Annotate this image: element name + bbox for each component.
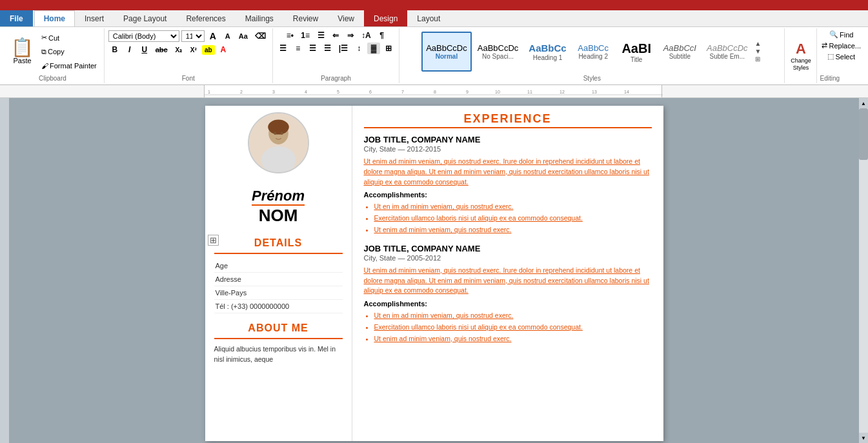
justify-button[interactable]: ☰ xyxy=(321,43,334,54)
align-right-button[interactable]: ☰ xyxy=(307,43,319,54)
clipboard-group: 📋 Paste ✂ Cut ⧉ Copy 🖌 Format Painter Cl… xyxy=(3,28,105,83)
clear-format-button[interactable]: ⌫ xyxy=(252,30,268,42)
change-styles-label: ChangeStyles xyxy=(791,57,811,72)
replace-button[interactable]: ⇄ Replace... xyxy=(820,41,863,50)
font-family-select[interactable]: Calibri (Body) xyxy=(108,30,179,42)
align-center-button[interactable]: ≡ xyxy=(292,43,305,54)
tab-references[interactable]: References xyxy=(176,10,235,26)
bold-button[interactable]: B xyxy=(108,44,121,55)
font-label: Font xyxy=(182,74,195,82)
details-title: DETAILS xyxy=(254,237,302,249)
format-painter-button[interactable]: 🖌 Format Painter xyxy=(39,61,99,70)
style-heading2[interactable]: AaBbCc Heading 2 xyxy=(572,32,614,72)
about-line xyxy=(214,338,343,339)
font-group: Calibri (Body) 11 A A Aa ⌫ B I U abc X₂ … xyxy=(105,28,273,83)
list-item: Exercitation ullamco laboris nisi ut ali… xyxy=(374,322,652,333)
format-painter-icon: 🖌 xyxy=(41,62,48,70)
svg-text:4: 4 xyxy=(305,90,307,94)
tab-file[interactable]: File xyxy=(0,10,33,26)
line-spacing-button[interactable]: ↕ xyxy=(352,43,365,54)
numbering-button[interactable]: 1≡ xyxy=(298,30,312,41)
cut-icon: ✂ xyxy=(41,34,47,42)
italic-button[interactable]: I xyxy=(123,44,136,55)
tab-insert[interactable]: Insert xyxy=(75,10,114,26)
change-styles-icon: A xyxy=(796,41,806,57)
font-grow-button[interactable]: A xyxy=(207,30,219,43)
tab-design[interactable]: Design xyxy=(364,10,407,26)
change-styles-group: A ChangeStyles xyxy=(785,28,817,83)
subscript-button[interactable]: X₂ xyxy=(172,45,185,55)
styles-scroll-down[interactable]: ▼ xyxy=(755,48,762,55)
style-subtitle[interactable]: AaBbCcI Subtitle xyxy=(659,32,701,72)
scrollbar-up-button[interactable]: ▲ xyxy=(859,98,868,108)
tab-review[interactable]: Review xyxy=(283,10,328,26)
styles-expand[interactable]: ⊞ xyxy=(755,56,762,63)
about-title: ABOUT ME xyxy=(248,322,308,334)
tab-layout[interactable]: Layout xyxy=(407,10,450,26)
sort-button[interactable]: ↕A xyxy=(359,30,374,41)
font-size-select[interactable]: 11 xyxy=(181,30,205,42)
style-subtitle-name: Subtitle xyxy=(669,53,691,60)
page-right-column: EXPERIENCE JOB TITLE, COMPANY NAME City,… xyxy=(352,106,663,441)
list-item: Ut enim ad minim veniam, quis nostrud ex… xyxy=(374,333,652,345)
change-styles-button[interactable]: A ChangeStyles xyxy=(791,30,811,82)
doc-area: Prénom NOM ⊞ DETAILS Age Adresse Ville-P… xyxy=(0,98,868,443)
scrollbar-right[interactable]: ▲ ▼ xyxy=(859,98,868,443)
style-no-spacing[interactable]: AaBbCcDc No Spaci... xyxy=(473,32,523,72)
styles-scroll-up[interactable]: ▲ xyxy=(755,41,762,47)
align-left-button[interactable]: ☰ xyxy=(277,43,290,54)
style-heading1-name: Heading 1 xyxy=(533,54,563,61)
increase-indent-button[interactable]: ⇒ xyxy=(344,30,357,41)
copy-button[interactable]: ⧉ Copy xyxy=(39,47,99,57)
strikethrough-button[interactable]: abc xyxy=(153,44,170,55)
format-painter-label: Format Painter xyxy=(50,62,97,70)
detail-city: Ville-Pays xyxy=(214,286,343,300)
border-button[interactable]: ⊞ xyxy=(382,43,395,54)
select-button[interactable]: ⬚ Select xyxy=(825,52,857,61)
bullets-button[interactable]: ≡• xyxy=(283,30,296,41)
styles-group: AaBbCcDc Normal AaBbCcDc No Spaci... AaB… xyxy=(399,28,785,83)
scrollbar-thumb[interactable] xyxy=(859,108,868,160)
style-title[interactable]: AaBI Title xyxy=(616,32,658,72)
tab-mailings[interactable]: Mailings xyxy=(236,10,283,26)
style-heading1[interactable]: AaBbCc Heading 1 xyxy=(524,32,570,72)
find-button[interactable]: 🔍 Find xyxy=(827,30,855,39)
list-item: Exercitation ullamco laboris nisi ut ali… xyxy=(374,213,652,224)
tab-home[interactable]: Home xyxy=(34,10,75,26)
cut-button[interactable]: ✂ Cut xyxy=(39,33,99,43)
styles-label: Styles xyxy=(583,74,601,82)
svg-point-19 xyxy=(274,132,276,135)
scrollbar-left xyxy=(0,98,9,443)
text-highlight-button[interactable]: ab xyxy=(202,45,215,55)
find-icon: 🔍 xyxy=(829,30,838,39)
style-subtle-em[interactable]: AaBbCcDc Subtle Em... xyxy=(702,32,752,72)
style-normal[interactable]: AaBbCcDc Normal xyxy=(421,32,472,72)
font-color-button[interactable]: A xyxy=(217,44,230,55)
style-normal-name: Normal xyxy=(436,53,458,60)
paste-button[interactable]: 📋 Paste xyxy=(6,30,38,74)
job2-location: City, State — 2005-2012 xyxy=(364,254,652,262)
font-row-2: B I U abc X₂ X² ab A xyxy=(108,44,230,55)
add-section-button[interactable]: ⊞ xyxy=(208,235,219,246)
column-break-button[interactable]: |☰ xyxy=(336,43,350,54)
copy-icon: ⧉ xyxy=(41,48,46,56)
font-shrink-button[interactable]: A xyxy=(221,31,234,41)
tab-page-layout[interactable]: Page Layout xyxy=(114,10,176,26)
decrease-indent-button[interactable]: ⇐ xyxy=(329,30,342,41)
show-para-button[interactable]: ¶ xyxy=(376,30,389,41)
font-case-button[interactable]: Aa xyxy=(236,31,250,41)
underline-button[interactable]: U xyxy=(138,44,151,55)
superscript-button[interactable]: X² xyxy=(187,45,200,55)
multilevel-button[interactable]: ☰ xyxy=(314,30,327,41)
tab-view[interactable]: View xyxy=(328,10,364,26)
scrollbar-down-button[interactable]: ▼ xyxy=(859,433,868,443)
style-title-preview: AaBI xyxy=(621,41,651,56)
svg-text:13: 13 xyxy=(592,90,597,94)
list-item: Ut en im ad minim veniam, quis nostrud e… xyxy=(374,310,652,322)
shading-button[interactable]: ▓ xyxy=(367,43,380,54)
svg-text:8: 8 xyxy=(434,90,436,94)
job1-accomplishments-title: Accomplishments: xyxy=(364,191,652,199)
svg-text:2: 2 xyxy=(240,90,243,94)
job1-title: JOB TITLE, COMPANY NAME xyxy=(364,135,652,144)
paste-label: Paste xyxy=(13,57,31,64)
